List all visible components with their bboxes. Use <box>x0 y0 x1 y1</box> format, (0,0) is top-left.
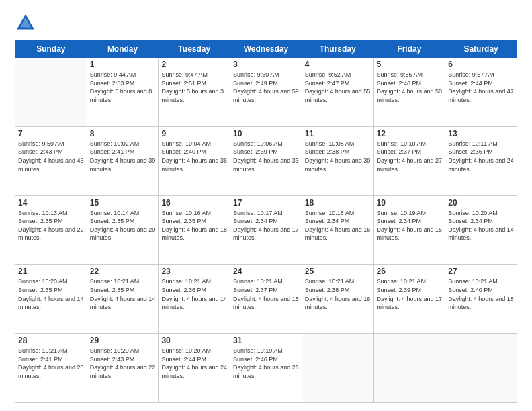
calendar-cell <box>373 334 445 403</box>
calendar-cell <box>445 334 517 403</box>
calendar-cell: 27Sunrise: 10:21 AMSunset: 2:40 PMDaylig… <box>445 265 517 334</box>
day-info: Sunrise: 9:50 AMSunset: 2:49 PMDaylight:… <box>233 71 299 104</box>
day-info: Sunrise: 10:21 AMSunset: 2:39 PMDaylight… <box>377 277 443 311</box>
calendar-week-row: 7Sunrise: 9:59 AMSunset: 2:43 PMDaylight… <box>15 126 517 195</box>
day-info: Sunrise: 10:21 AMSunset: 2:38 PMDaylight… <box>305 277 371 311</box>
calendar-cell: 20Sunrise: 10:20 AMSunset: 2:34 PMDaylig… <box>445 195 517 265</box>
weekday-header-thursday: Thursday <box>302 41 373 58</box>
day-info: Sunrise: 10:21 AMSunset: 2:36 PMDaylight… <box>161 277 227 311</box>
day-number: 15 <box>90 198 156 208</box>
day-number: 19 <box>377 198 443 208</box>
calendar-week-row: 1Sunrise: 9:44 AMSunset: 2:53 PMDaylight… <box>15 58 517 127</box>
day-number: 22 <box>90 267 156 276</box>
day-info: Sunrise: 10:21 AMSunset: 2:40 PMDaylight… <box>448 277 514 311</box>
calendar-cell: 19Sunrise: 10:19 AMSunset: 2:34 PMDaylig… <box>373 195 445 265</box>
day-info: Sunrise: 9:55 AMSunset: 2:46 PMDaylight:… <box>377 71 443 104</box>
day-number: 12 <box>377 129 443 138</box>
day-number: 28 <box>18 336 84 345</box>
page: SundayMondayTuesdayWednesdayThursdayFrid… <box>0 0 532 411</box>
calendar-week-row: 28Sunrise: 10:21 AMSunset: 2:41 PMDaylig… <box>15 334 517 403</box>
calendar-cell: 5Sunrise: 9:55 AMSunset: 2:46 PMDaylight… <box>373 58 445 127</box>
weekday-header-friday: Friday <box>373 41 445 58</box>
weekday-header-wednesday: Wednesday <box>230 41 302 58</box>
day-info: Sunrise: 10:10 AMSunset: 2:37 PMDaylight… <box>377 140 443 173</box>
calendar-cell: 4Sunrise: 9:52 AMSunset: 2:47 PMDaylight… <box>302 58 373 127</box>
day-number: 26 <box>377 267 443 276</box>
header <box>15 12 517 34</box>
calendar-cell: 30Sunrise: 10:20 AMSunset: 2:44 PMDaylig… <box>159 334 230 403</box>
calendar-cell: 18Sunrise: 10:18 AMSunset: 2:34 PMDaylig… <box>302 195 373 265</box>
day-info: Sunrise: 10:18 AMSunset: 2:34 PMDaylight… <box>305 209 371 242</box>
day-number: 21 <box>18 267 84 276</box>
day-info: Sunrise: 10:20 AMSunset: 2:43 PMDaylight… <box>90 347 156 380</box>
day-number: 13 <box>448 129 514 138</box>
day-number: 5 <box>377 60 443 69</box>
day-info: Sunrise: 10:21 AMSunset: 2:35 PMDaylight… <box>90 277 156 311</box>
calendar-cell: 12Sunrise: 10:10 AMSunset: 2:37 PMDaylig… <box>373 126 445 195</box>
calendar-cell: 24Sunrise: 10:21 AMSunset: 2:37 PMDaylig… <box>230 265 302 334</box>
day-number: 14 <box>18 198 84 208</box>
calendar-cell: 29Sunrise: 10:20 AMSunset: 2:43 PMDaylig… <box>87 334 159 403</box>
weekday-header-row: SundayMondayTuesdayWednesdayThursdayFrid… <box>15 41 517 58</box>
day-number: 8 <box>90 129 156 138</box>
calendar-cell: 1Sunrise: 9:44 AMSunset: 2:53 PMDaylight… <box>87 58 159 127</box>
day-number: 25 <box>305 267 371 276</box>
weekday-header-saturday: Saturday <box>445 41 517 58</box>
calendar-cell: 25Sunrise: 10:21 AMSunset: 2:38 PMDaylig… <box>302 265 373 334</box>
calendar-cell: 7Sunrise: 9:59 AMSunset: 2:43 PMDaylight… <box>15 126 87 195</box>
day-info: Sunrise: 10:04 AMSunset: 2:40 PMDaylight… <box>161 140 227 173</box>
calendar-cell: 17Sunrise: 10:17 AMSunset: 2:34 PMDaylig… <box>230 195 302 265</box>
logo-icon <box>15 12 36 34</box>
day-number: 18 <box>305 198 371 208</box>
calendar-week-row: 21Sunrise: 10:20 AMSunset: 2:35 PMDaylig… <box>15 265 517 334</box>
calendar-cell: 2Sunrise: 9:47 AMSunset: 2:51 PMDaylight… <box>159 58 230 127</box>
day-number: 9 <box>161 129 227 138</box>
day-number: 10 <box>233 129 299 138</box>
day-info: Sunrise: 10:21 AMSunset: 2:41 PMDaylight… <box>18 347 84 380</box>
weekday-header-sunday: Sunday <box>15 41 87 58</box>
day-number: 6 <box>448 60 514 69</box>
calendar-cell: 6Sunrise: 9:57 AMSunset: 2:44 PMDaylight… <box>445 58 517 127</box>
day-number: 20 <box>448 198 514 208</box>
day-info: Sunrise: 10:08 AMSunset: 2:38 PMDaylight… <box>305 140 371 173</box>
day-info: Sunrise: 9:44 AMSunset: 2:53 PMDaylight:… <box>90 71 156 104</box>
day-info: Sunrise: 10:13 AMSunset: 2:35 PMDaylight… <box>18 209 84 242</box>
calendar-cell: 23Sunrise: 10:21 AMSunset: 2:36 PMDaylig… <box>159 265 230 334</box>
calendar-cell <box>15 58 87 127</box>
calendar-cell: 9Sunrise: 10:04 AMSunset: 2:40 PMDayligh… <box>159 126 230 195</box>
day-number: 30 <box>161 336 227 345</box>
day-number: 11 <box>305 129 371 138</box>
day-info: Sunrise: 10:21 AMSunset: 2:37 PMDaylight… <box>233 277 299 311</box>
calendar-cell: 28Sunrise: 10:21 AMSunset: 2:41 PMDaylig… <box>15 334 87 403</box>
calendar-cell: 14Sunrise: 10:13 AMSunset: 2:35 PMDaylig… <box>15 195 87 265</box>
calendar-cell <box>302 334 373 403</box>
day-info: Sunrise: 10:17 AMSunset: 2:34 PMDaylight… <box>233 209 299 242</box>
calendar-cell: 13Sunrise: 10:11 AMSunset: 2:36 PMDaylig… <box>445 126 517 195</box>
day-info: Sunrise: 10:20 AMSunset: 2:34 PMDaylight… <box>448 209 514 242</box>
day-info: Sunrise: 10:16 AMSunset: 2:35 PMDaylight… <box>161 209 227 242</box>
calendar-cell: 22Sunrise: 10:21 AMSunset: 2:35 PMDaylig… <box>87 265 159 334</box>
day-number: 7 <box>18 129 84 138</box>
day-info: Sunrise: 10:11 AMSunset: 2:36 PMDaylight… <box>448 140 514 173</box>
day-info: Sunrise: 10:02 AMSunset: 2:41 PMDaylight… <box>90 140 156 173</box>
calendar-cell: 3Sunrise: 9:50 AMSunset: 2:49 PMDaylight… <box>230 58 302 127</box>
day-info: Sunrise: 10:20 AMSunset: 2:35 PMDaylight… <box>18 277 84 311</box>
calendar-cell: 31Sunrise: 10:19 AMSunset: 2:46 PMDaylig… <box>230 334 302 403</box>
day-info: Sunrise: 10:19 AMSunset: 2:46 PMDaylight… <box>233 347 299 380</box>
day-info: Sunrise: 10:20 AMSunset: 2:44 PMDaylight… <box>161 347 227 380</box>
day-info: Sunrise: 10:14 AMSunset: 2:35 PMDaylight… <box>90 209 156 242</box>
day-info: Sunrise: 9:47 AMSunset: 2:51 PMDaylight:… <box>161 71 227 104</box>
day-number: 23 <box>161 267 227 276</box>
calendar-week-row: 14Sunrise: 10:13 AMSunset: 2:35 PMDaylig… <box>15 195 517 265</box>
calendar-cell: 16Sunrise: 10:16 AMSunset: 2:35 PMDaylig… <box>159 195 230 265</box>
day-number: 16 <box>161 198 227 208</box>
day-number: 29 <box>90 336 156 345</box>
logo <box>15 12 39 34</box>
weekday-header-monday: Monday <box>87 41 159 58</box>
day-info: Sunrise: 10:06 AMSunset: 2:39 PMDaylight… <box>233 140 299 173</box>
day-info: Sunrise: 9:52 AMSunset: 2:47 PMDaylight:… <box>305 71 371 104</box>
day-number: 31 <box>233 336 299 345</box>
day-info: Sunrise: 9:57 AMSunset: 2:44 PMDaylight:… <box>448 71 514 104</box>
day-number: 4 <box>305 60 371 69</box>
day-number: 1 <box>90 60 156 69</box>
